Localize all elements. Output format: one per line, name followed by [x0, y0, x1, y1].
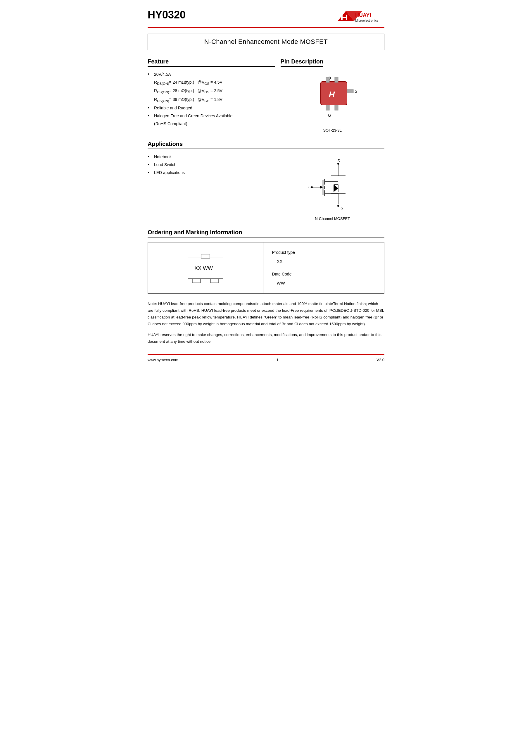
feature-item-5: Reliable and Rugged [148, 105, 275, 111]
svg-text:S: S [355, 89, 358, 94]
svg-text:Microelectronics: Microelectronics [355, 19, 379, 22]
apps-list-area: Notebook Load Switch LED applications [148, 154, 275, 177]
title-box: N-Channel Enhancement Mode MOSFET [148, 34, 384, 50]
logo-area: HUAYI Microelectronics [335, 9, 384, 24]
part-number: HY0320 [148, 9, 186, 21]
svg-rect-11 [335, 77, 338, 82]
document-title: N-Channel Enhancement Mode MOSFET [204, 38, 328, 45]
svg-point-18 [337, 163, 339, 165]
feature-item-3: RDS(ON)= 28 mΩ(typ.) @VGS = 2.5V [148, 88, 275, 94]
svg-text:G: G [308, 185, 311, 189]
product-type-value: XX [272, 257, 376, 266]
mosfet-diagram: D G [303, 157, 362, 221]
applications-title: Applications [148, 141, 384, 149]
feature-pin-section: Feature 20V/4.5A RDS(ON)= 24 mΩ(typ.) @V… [148, 58, 384, 132]
svg-marker-38 [320, 186, 323, 189]
ic-package-svg: XX WW [176, 252, 235, 284]
svg-rect-42 [211, 279, 219, 283]
sot23-diagram: D H S G [300, 74, 365, 127]
footer-version: V2.0 [376, 358, 384, 362]
svg-text:H: H [329, 90, 335, 99]
page: HY0320 HUAYI Microelectronics N-Channel … [133, 0, 399, 378]
header: HY0320 HUAYI Microelectronics [148, 9, 384, 28]
svg-text:HUAYI: HUAYI [355, 12, 371, 18]
ordering-section: Ordering and Marking Information XX WW [148, 229, 384, 294]
svg-rect-10 [326, 77, 329, 82]
note-paragraph-1: Note: HUAYI lead-free products contain m… [148, 301, 384, 328]
app-item-1: Notebook [148, 154, 275, 160]
pin-description-title: Pin Description [281, 58, 324, 67]
huayi-logo: HUAYI Microelectronics [335, 9, 384, 24]
footer-page-number: 1 [276, 358, 278, 362]
note-section: Note: HUAYI lead-free products contain m… [148, 301, 384, 345]
feature-title: Feature [148, 58, 275, 67]
svg-text:S: S [341, 206, 343, 210]
date-code-value: WW [272, 279, 376, 287]
svg-rect-4 [341, 17, 347, 18]
svg-text:D: D [338, 158, 340, 163]
footer: www.hymexa.com 1 V2.0 [148, 354, 384, 362]
app-item-3: LED applications [148, 170, 275, 176]
app-item-2: Load Switch [148, 162, 275, 168]
mosfet-diagram-area: D G [281, 154, 385, 221]
feature-item-7: (RoHS Compliant) [148, 121, 275, 127]
date-code-label: Date Code [272, 270, 376, 278]
svg-rect-13 [326, 105, 329, 110]
svg-rect-14 [335, 105, 338, 110]
footer-website: www.hymexa.com [148, 358, 178, 362]
applications-section: Applications Notebook Load Switch LED ap… [148, 141, 384, 221]
apps-two-col: Notebook Load Switch LED applications D [148, 154, 384, 221]
svg-rect-40 [201, 254, 210, 258]
feature-section: Feature 20V/4.5A RDS(ON)= 24 mΩ(typ.) @V… [148, 58, 275, 132]
package-label: SOT-23-3L [323, 128, 342, 132]
feature-item-1: 20V/4.5A [148, 71, 275, 77]
ordering-right: Product type XX Date Code WW [264, 242, 384, 293]
ordering-title: Ordering and Marking Information [148, 229, 384, 237]
svg-rect-41 [192, 279, 200, 283]
feature-item-2: RDS(ON)= 24 mΩ(typ.) @VGS = 4.5V [148, 79, 275, 86]
svg-marker-34 [334, 184, 338, 192]
feature-item-6: Halogen Free and Green Devices Available [148, 113, 275, 119]
product-type-label: Product type [272, 248, 376, 256]
svg-text:XX  WW: XX WW [194, 265, 213, 271]
svg-point-22 [311, 186, 313, 188]
svg-point-32 [337, 205, 339, 207]
pin-description-section: Pin Description D H [281, 58, 385, 132]
apps-list: Notebook Load Switch LED applications [148, 154, 275, 176]
ordering-left: XX WW [148, 242, 264, 293]
note-paragraph-2: HUAYI reserves the right to make changes… [148, 332, 384, 345]
feature-item-4: RDS(ON)= 39 mΩ(typ.) @VGS = 1.8V [148, 96, 275, 103]
ordering-box: XX WW Product type XX Date Code WW [148, 242, 384, 294]
svg-text:G: G [328, 113, 331, 118]
mosfet-label: N-Channel MOSFET [315, 216, 350, 221]
svg-rect-12 [347, 90, 353, 93]
feature-list: 20V/4.5A RDS(ON)= 24 mΩ(typ.) @VGS = 4.5… [148, 71, 275, 127]
mosfet-symbol: D G [303, 157, 362, 215]
pin-diagram: D H S G [300, 74, 365, 132]
